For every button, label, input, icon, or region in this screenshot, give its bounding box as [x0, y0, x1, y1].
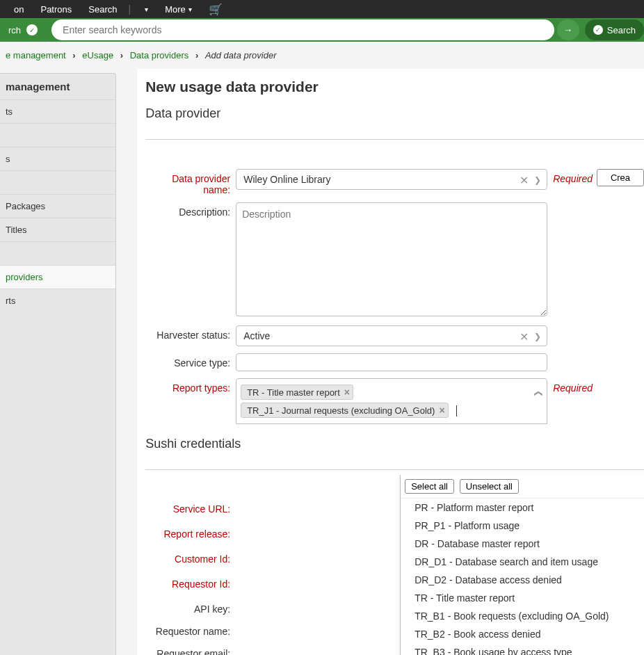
nav-caret-dropdown[interactable]: ▾ — [134, 0, 156, 18]
dropdown-option[interactable]: DR_D2 - Database access denied — [401, 571, 644, 589]
nav-item-more[interactable]: More▾ — [156, 0, 200, 18]
sidebar-title: management — [0, 74, 115, 99]
selected-tag: TR - Title master report × — [241, 385, 353, 400]
sidebar: management ts s Packages Titles provider… — [0, 73, 116, 655]
label-requestor-name: Requestor name: — [145, 622, 236, 637]
create-manually-button[interactable]: Crea — [597, 169, 644, 186]
sidebar-item[interactable]: rts — [0, 289, 115, 312]
dropdown-option[interactable]: TR - Title master report — [401, 589, 644, 607]
breadcrumb-link[interactable]: Data providers — [130, 50, 189, 60]
search-history-button[interactable]: ✓ Search — [585, 19, 644, 40]
section-divider — [145, 139, 644, 140]
remove-tag-icon[interactable]: × — [439, 405, 444, 416]
breadcrumb-current: Add data provider — [205, 50, 277, 60]
label-provider-name: Data provider name: — [145, 169, 236, 195]
chevron-right-icon: › — [68, 50, 79, 60]
chevron-right-icon: › — [191, 50, 202, 60]
dropdown-option[interactable]: TR_B3 - Book usage by access type — [401, 643, 644, 655]
report-types-multiselect[interactable]: TR - Title master report × TR_J1 - Journ… — [236, 378, 547, 424]
service-type-input[interactable] — [236, 353, 547, 371]
remove-tag-icon[interactable]: × — [344, 387, 350, 398]
harvester-status-select[interactable]: Active ✕ ❯ — [236, 325, 547, 346]
dropdown-options-list[interactable]: PR - Platform master report PR_P1 - Plat… — [401, 499, 644, 655]
required-indicator: Required — [547, 378, 593, 394]
section-divider — [145, 469, 644, 470]
search-bar: rch ✓ → ✓ Search — [0, 18, 644, 42]
sidebar-item[interactable]: Packages — [0, 194, 115, 218]
page-title: New usage data provider — [145, 79, 644, 95]
sidebar-item[interactable] — [0, 123, 115, 147]
nav-item-circulation[interactable]: on — [6, 0, 32, 18]
nav-item-search[interactable]: Search — [80, 0, 125, 18]
sidebar-item[interactable] — [0, 241, 115, 265]
sidebar-item[interactable]: s — [0, 147, 115, 170]
label-harvester: Harvester status: — [145, 325, 236, 341]
chevron-up-icon[interactable]: ❯ — [533, 390, 542, 397]
label-api-key: API key: — [145, 599, 236, 615]
label-report-release: Report release: — [145, 524, 236, 540]
search-type-selector[interactable]: rch ✓ — [0, 18, 46, 42]
arrow-right-icon: → — [563, 24, 573, 35]
breadcrumb: e management › eUsage › Data providers ›… — [0, 42, 644, 69]
dropdown-option[interactable]: DR - Database master report — [401, 535, 644, 553]
dropdown-option[interactable]: DR_D1 - Database search and item usage — [401, 553, 644, 571]
clear-icon[interactable]: ✕ — [520, 330, 529, 343]
report-types-dropdown: Select all Unselect all PR - Platform ma… — [400, 475, 644, 655]
required-indicator: Required — [547, 169, 593, 184]
description-textarea[interactable] — [236, 202, 547, 316]
main-content: New usage data provider Data provider Da… — [137, 69, 644, 655]
clear-icon[interactable]: ✕ — [520, 174, 529, 187]
label-customer-id: Customer Id: — [145, 549, 236, 565]
nav-divider: | — [125, 3, 134, 15]
dropdown-option[interactable]: TR_B2 - Book access denied — [401, 625, 644, 643]
dropdown-option[interactable]: TR_B1 - Book requests (excluding OA_Gold… — [401, 607, 644, 625]
section-title-sushi: Sushi credentials — [145, 437, 644, 457]
top-navigation: on Patrons Search | ▾ More▾ 🛒 — [0, 0, 644, 18]
label-requestor-id: Requestor Id: — [145, 574, 236, 590]
breadcrumb-link[interactable]: e management — [6, 50, 66, 60]
section-title-provider: Data provider — [145, 106, 644, 127]
check-icon: ✓ — [26, 24, 38, 35]
chevron-right-icon: › — [116, 50, 127, 60]
label-requestor-email: Requestor email: — [145, 644, 236, 655]
select-all-button[interactable]: Select all — [405, 479, 454, 494]
chevron-down-icon[interactable]: ❯ — [534, 332, 541, 341]
provider-name-select[interactable]: Wiley Online Library ✕ ❯ — [236, 169, 547, 190]
sidebar-item[interactable] — [0, 170, 115, 194]
caret-down-icon: ▾ — [188, 6, 192, 13]
nav-item-patrons[interactable]: Patrons — [32, 0, 80, 18]
search-input[interactable] — [51, 19, 554, 40]
breadcrumb-link[interactable]: eUsage — [82, 50, 113, 60]
sidebar-item-providers[interactable]: providers — [0, 265, 115, 289]
search-submit-button[interactable]: → — [557, 19, 579, 40]
caret-down-icon: ▾ — [145, 6, 148, 13]
sidebar-item[interactable]: ts — [0, 99, 115, 123]
label-service-type: Service type: — [145, 353, 236, 369]
dropdown-option[interactable]: PR - Platform master report — [401, 499, 644, 517]
label-report-types: Report types: — [145, 378, 236, 394]
text-cursor — [456, 405, 457, 417]
cart-icon[interactable]: 🛒 — [200, 3, 231, 16]
dropdown-option[interactable]: PR_P1 - Platform usage — [401, 517, 644, 535]
check-icon: ✓ — [593, 25, 603, 35]
selected-tag: TR_J1 - Journal requests (excluding OA_G… — [241, 403, 448, 418]
chevron-down-icon[interactable]: ❯ — [534, 175, 541, 185]
unselect-all-button[interactable]: Unselect all — [460, 479, 519, 494]
label-service-url: Service URL: — [145, 499, 236, 515]
sidebar-item[interactable]: Titles — [0, 218, 115, 241]
label-description: Description: — [145, 202, 236, 218]
